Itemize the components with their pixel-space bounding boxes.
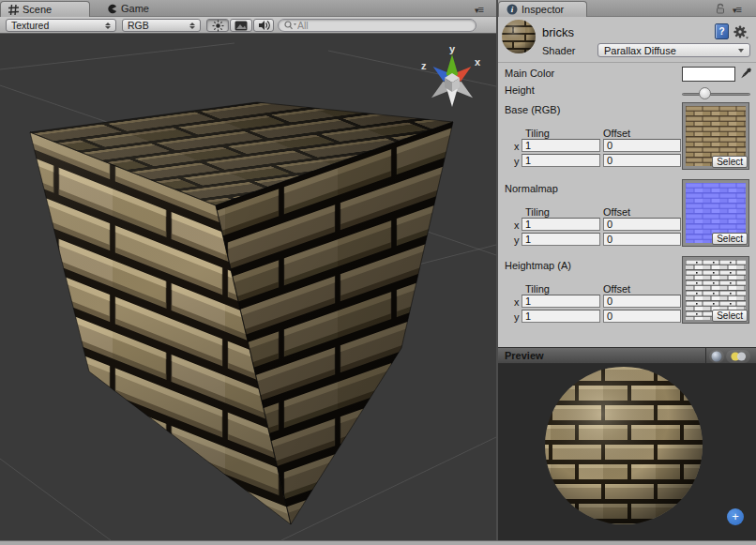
height-tiling-y-field[interactable]: [522, 310, 600, 323]
brick-cube[interactable]: [30, 102, 453, 524]
updown-arrows-icon: [184, 23, 195, 29]
y-row-label: y: [514, 311, 520, 323]
sphere-icon: [711, 351, 722, 362]
draw-mode-value: Textured: [11, 20, 49, 31]
header-separator: [498, 62, 756, 63]
image-icon: [234, 21, 248, 31]
normal-tiling-y-field[interactable]: [522, 233, 600, 246]
height-label: Height: [505, 84, 535, 96]
shader-dropdown[interactable]: Parallax Diffuse: [597, 43, 750, 57]
shader-label: Shader: [542, 45, 575, 56]
tiling-header: Tiling: [525, 128, 550, 139]
normalmap-texture-thumbnail[interactable]: Select: [682, 179, 749, 247]
normal-tiling-x-field[interactable]: [522, 218, 600, 231]
base-select-button[interactable]: Select: [712, 156, 748, 168]
y-row-label: y: [514, 156, 520, 167]
speaker-icon: [258, 20, 270, 31]
material-sphere-icon: [501, 19, 537, 54]
material-preview-area[interactable]: +: [498, 364, 756, 540]
offset-header: Offset: [603, 128, 630, 139]
preview-header[interactable]: Preview: [498, 347, 756, 364]
axis-y-label: y: [449, 43, 456, 54]
heightmap-select-button[interactable]: Select: [712, 310, 748, 322]
gear-icon[interactable]: [732, 24, 748, 39]
height-tiling-x-field[interactable]: [522, 295, 600, 308]
base-offset-y-field[interactable]: [603, 154, 681, 167]
search-field[interactable]: [278, 19, 476, 32]
info-icon: i: [507, 4, 518, 15]
scene-tabstrip: Scene Game ▾≡: [0, 0, 496, 17]
height-offset-x-field[interactable]: [603, 295, 681, 308]
axis-z-label: z: [421, 60, 427, 71]
tiling-header: Tiling: [525, 206, 550, 218]
scene-pane-menu-icon[interactable]: ▾≡: [475, 4, 483, 15]
offset-header: Offset: [603, 206, 630, 218]
unity-editor-window: Scene Game ▾≡ Textured RGB: [0, 0, 756, 545]
color-mode-value: RGB: [128, 20, 149, 31]
search-icon: [284, 21, 297, 30]
material-name: bricks: [542, 25, 574, 39]
axis-x-label: x: [475, 56, 481, 68]
two-lights-icon: [729, 351, 748, 362]
height-slider-thumb[interactable]: [699, 87, 711, 99]
sun-icon: [212, 20, 224, 32]
chevron-down-icon: [738, 49, 744, 53]
base-tiling-x-field[interactable]: [522, 139, 600, 152]
height-offset-y-field[interactable]: [603, 310, 681, 323]
shader-value: Parallax Diffuse: [604, 45, 676, 56]
tab-scene-label: Scene: [23, 4, 52, 15]
color-mode-dropdown[interactable]: RGB: [122, 19, 201, 32]
inspector-panel: i Inspector ▾≡: [498, 0, 756, 540]
overlay-toggle-button[interactable]: [230, 19, 252, 32]
main-color-label: Main Color: [505, 68, 554, 79]
tab-inspector-label: Inspector: [522, 4, 564, 15]
tab-game[interactable]: Game: [101, 0, 155, 17]
heightmap-texture-thumbnail[interactable]: Select: [682, 256, 749, 324]
grid-icon: [8, 5, 19, 15]
base-tiling-y-field[interactable]: [522, 154, 600, 167]
game-icon: [107, 4, 117, 14]
inspector-tabstrip: i Inspector ▾≡: [498, 0, 756, 17]
search-input[interactable]: [297, 20, 438, 31]
scene-viewport[interactable]: y x z: [0, 34, 496, 540]
scene-render: y x z: [0, 34, 496, 540]
x-row-label: x: [514, 220, 520, 231]
normal-offset-y-field[interactable]: [603, 233, 681, 246]
offset-header: Offset: [603, 283, 630, 295]
base-map-label: Base (RGB): [505, 104, 560, 115]
base-texture-thumbnail[interactable]: Select: [682, 102, 749, 170]
tab-game-label: Game: [121, 3, 149, 14]
lock-icon[interactable]: [715, 3, 726, 14]
help-icon[interactable]: ?: [715, 23, 729, 39]
preview-lighting-button[interactable]: [726, 350, 750, 363]
tiling-header: Tiling: [525, 283, 550, 295]
y-row-label: y: [514, 235, 520, 246]
tab-scene[interactable]: Scene: [0, 1, 90, 17]
eyedropper-icon[interactable]: [739, 66, 752, 81]
normal-offset-x-field[interactable]: [603, 218, 681, 231]
main-color-swatch[interactable]: [682, 67, 735, 82]
normalmap-select-button[interactable]: Select: [712, 233, 748, 245]
preview-title: Preview: [498, 350, 544, 361]
updown-arrows-icon: [99, 23, 111, 29]
window-bottom-strip: [0, 540, 756, 545]
header-divider: [705, 348, 706, 365]
base-offset-x-field[interactable]: [603, 139, 681, 152]
lighting-toggle-button[interactable]: [206, 19, 229, 32]
x-row-label: x: [514, 296, 520, 308]
normalmap-label: Normalmap: [505, 183, 558, 194]
tab-inspector[interactable]: i Inspector: [498, 1, 587, 17]
height-slider-track[interactable]: [682, 93, 750, 96]
draw-mode-dropdown[interactable]: Textured: [6, 19, 116, 32]
preview-sphere-render: [498, 364, 756, 540]
heightmap-label: Heightmap (A): [505, 260, 571, 271]
scene-toolbar: Textured RGB: [0, 17, 496, 34]
audio-toggle-button[interactable]: [253, 19, 274, 32]
x-row-label: x: [514, 141, 520, 152]
add-button[interactable]: +: [727, 508, 744, 525]
inspector-pane-menu-icon[interactable]: ▾≡: [733, 4, 741, 15]
orientation-gizmo[interactable]: y x z: [421, 43, 481, 107]
preview-sphere-button[interactable]: [709, 350, 724, 363]
